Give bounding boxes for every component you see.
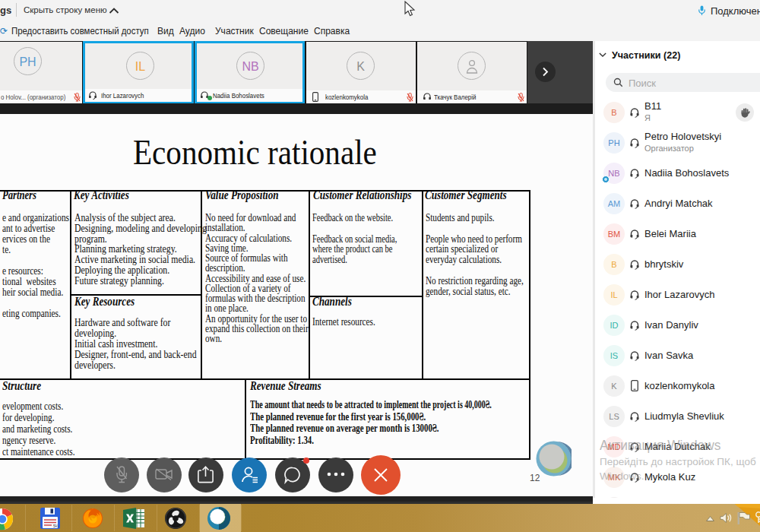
svg-text:5¼: 5¼ xyxy=(53,524,59,528)
